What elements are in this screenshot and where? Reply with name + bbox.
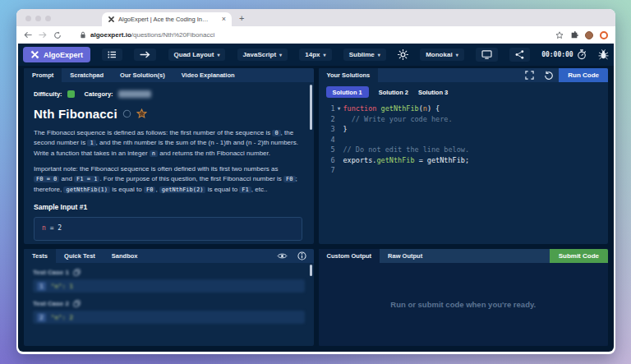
fullscreen-icon[interactable] bbox=[520, 68, 539, 82]
browser-tab[interactable]: AlgoExpert | Ace the Coding In… × bbox=[102, 12, 232, 26]
layout-dropdown[interactable]: Quad Layout ▾ bbox=[168, 48, 226, 61]
line-number: 1 bbox=[319, 104, 335, 114]
tab-custom-output[interactable]: Custom Output bbox=[319, 249, 380, 263]
fold-gutter bbox=[335, 124, 343, 135]
forward-icon[interactable] bbox=[39, 31, 47, 39]
prompt-paragraph: Important note: the Fibonacci sequence i… bbox=[34, 164, 302, 195]
back-icon[interactable] bbox=[24, 31, 32, 39]
code-line: 7 bbox=[319, 165, 609, 176]
copy-icon[interactable] bbox=[73, 300, 81, 307]
line-number: 2 bbox=[319, 114, 335, 125]
fold-arrow-icon[interactable]: ▼ bbox=[335, 104, 343, 114]
submit-code-button[interactable]: Submit Code bbox=[550, 249, 608, 263]
tab-quick-test[interactable]: Quick Test bbox=[56, 249, 104, 263]
fontsize-dropdown[interactable]: 14px ▾ bbox=[299, 48, 331, 61]
test-case-label: Test Case 2 bbox=[33, 300, 305, 307]
difficulty-label: Difficulty: bbox=[34, 90, 62, 99]
keybinding-dropdown[interactable]: Sublime ▾ bbox=[343, 48, 386, 61]
question-list-button[interactable] bbox=[102, 48, 122, 61]
timer-widget[interactable]: 00:00:00 bbox=[541, 49, 587, 60]
url-field[interactable]: algoexpert.io/questions/Nth%20Fibonacci bbox=[68, 31, 549, 39]
brand-button[interactable]: AlgoExpert bbox=[23, 47, 90, 62]
prompt-scrollbar[interactable] bbox=[310, 85, 312, 130]
inline-code: F0 = 0 bbox=[34, 176, 59, 182]
timer-value: 00:00:00 bbox=[541, 51, 573, 58]
tab-your-solutions[interactable]: Your Solutions bbox=[319, 68, 379, 82]
minimize-window-icon[interactable] bbox=[35, 16, 41, 21]
output-content: Run or submit code when you're ready. bbox=[319, 263, 609, 346]
test-case-row[interactable]: 1"n": 1 bbox=[33, 279, 305, 293]
inline-code: getNthFib(2) bbox=[159, 187, 206, 193]
chevron-down-icon: ▾ bbox=[456, 52, 458, 58]
tab-solution-2[interactable]: Solution 2 bbox=[379, 89, 408, 96]
chevron-down-icon: ▾ bbox=[324, 52, 326, 58]
browser-profile-icon[interactable] bbox=[600, 31, 608, 39]
code-text: function getNthFib(n) { bbox=[343, 104, 440, 114]
test-case-value: "n": 1 bbox=[51, 283, 73, 290]
tab-solution-3[interactable]: Solution 3 bbox=[418, 89, 448, 96]
test-case-row[interactable]: 2"n": 2 bbox=[33, 311, 305, 324]
brand-label: AlgoExpert bbox=[44, 51, 83, 59]
circle-status-icon[interactable] bbox=[122, 109, 131, 118]
bookmark-star-icon[interactable] bbox=[555, 31, 564, 39]
tab-title: AlgoExpert | Ace the Coding In… bbox=[118, 16, 219, 23]
output-tab-bar: Custom Output Raw Output Submit Code bbox=[319, 249, 609, 263]
maximize-window-icon[interactable] bbox=[45, 16, 51, 21]
tab-video-explanation[interactable]: Video Explanation bbox=[173, 68, 243, 82]
language-dropdown[interactable]: JavaScript ▾ bbox=[237, 48, 288, 61]
tests-scrollbar[interactable] bbox=[310, 265, 312, 276]
test-case-chip: 2 bbox=[37, 313, 46, 322]
fold-gutter bbox=[335, 135, 343, 145]
tab-scratchpad[interactable]: Scratchpad bbox=[62, 68, 112, 82]
prompt-paragraph: The Fibonacci sequence is defined as fol… bbox=[34, 128, 302, 159]
favicon-icon bbox=[108, 16, 115, 23]
profile-avatar[interactable] bbox=[585, 31, 593, 39]
inline-code: F0 bbox=[144, 187, 155, 193]
close-window-icon[interactable] bbox=[25, 16, 31, 21]
next-question-button[interactable] bbox=[134, 48, 156, 61]
category-label: Category: bbox=[85, 90, 113, 99]
reload-icon[interactable] bbox=[53, 31, 62, 39]
line-number: 4 bbox=[319, 135, 335, 145]
code-line: 1▼function getNthFib(n) { bbox=[319, 104, 609, 114]
window-controls[interactable] bbox=[25, 16, 51, 21]
brightness-toggle[interactable] bbox=[398, 49, 408, 60]
browser-address-bar: algoexpert.io/questions/Nth%20Fibonacci bbox=[16, 26, 615, 44]
tab-tests[interactable]: Tests bbox=[24, 249, 56, 263]
theme-dropdown[interactable]: Monokai ▾ bbox=[420, 48, 463, 61]
eye-icon[interactable] bbox=[272, 249, 292, 263]
reset-code-icon[interactable] bbox=[539, 68, 559, 82]
test-cases-blurred: Test Case 11"n": 1Test Case 22"n": 2 bbox=[33, 269, 305, 324]
tab-prompt[interactable]: Prompt bbox=[24, 68, 62, 82]
solutions-tab-bar: Your Solutions Run Code bbox=[319, 68, 609, 82]
tab-our-solutions[interactable]: Our Solution(s) bbox=[112, 68, 173, 82]
share-button[interactable] bbox=[509, 48, 530, 62]
tab-sandbox[interactable]: Sandbox bbox=[104, 249, 146, 263]
star-bookmark-icon[interactable] bbox=[136, 108, 147, 119]
tab-solution-1[interactable]: Solution 1 bbox=[326, 86, 369, 98]
code-editor[interactable]: 1▼function getNthFib(n) {2 // Write your… bbox=[319, 101, 609, 244]
code-text: } bbox=[343, 124, 348, 135]
chevron-down-icon: ▾ bbox=[279, 52, 282, 58]
category-value-blurred bbox=[118, 90, 151, 98]
list-icon bbox=[108, 51, 117, 58]
report-bug-button[interactable] bbox=[598, 49, 609, 60]
new-tab-button[interactable]: + bbox=[239, 13, 244, 23]
code-text: exports.getNthFib = getNthFib; bbox=[343, 155, 470, 166]
sample-input-box: n = 2 bbox=[34, 217, 302, 240]
extensions-icon[interactable] bbox=[570, 31, 578, 39]
close-tab-icon[interactable]: × bbox=[222, 16, 226, 23]
copy-icon[interactable] bbox=[73, 269, 81, 276]
algoexpert-app: AlgoExpert Quad Layout ▾ Jav bbox=[18, 44, 614, 352]
code-line: 5// Do not edit the line below. bbox=[319, 145, 609, 155]
tab-raw-output[interactable]: Raw Output bbox=[380, 249, 431, 263]
code-line: 6exports.getNthFib = getNthFib; bbox=[319, 155, 609, 166]
browser-window: AlgoExpert | Ace the Coding In… × + algo… bbox=[16, 9, 615, 354]
theme-dropdown-value: Monokai bbox=[426, 51, 452, 58]
run-code-button[interactable]: Run Code bbox=[559, 68, 608, 82]
url-text: algoexpert.io/questions/Nth%20Fibonacci bbox=[90, 31, 214, 39]
presentation-button[interactable] bbox=[476, 48, 498, 62]
stopwatch-icon bbox=[577, 49, 587, 60]
fontsize-dropdown-value: 14px bbox=[305, 51, 320, 58]
info-icon[interactable] bbox=[292, 249, 314, 263]
